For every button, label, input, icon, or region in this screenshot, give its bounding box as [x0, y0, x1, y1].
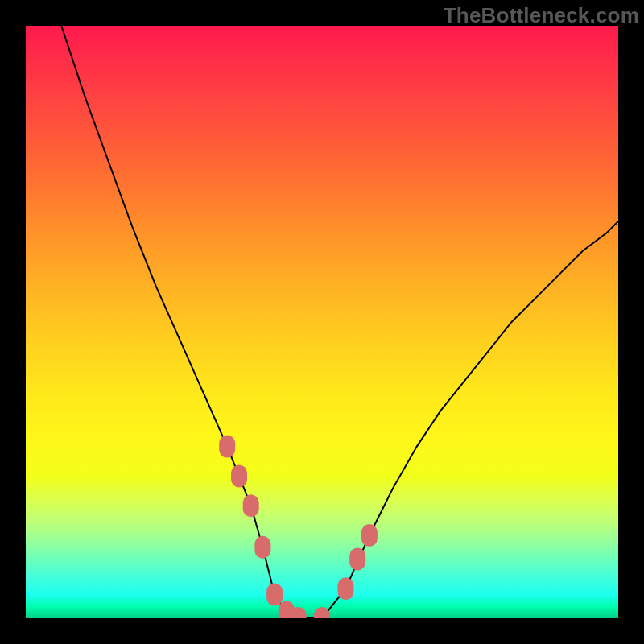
curve-marker	[231, 464, 247, 487]
watermark-text: TheBottleneck.com	[444, 3, 639, 28]
chart-svg	[26, 26, 618, 618]
curve-marker	[266, 584, 283, 606]
curve-marker	[361, 524, 378, 547]
curve-marker	[254, 536, 270, 559]
curve-marker	[219, 436, 235, 458]
curve-markers	[219, 436, 378, 618]
curve-marker	[349, 547, 365, 570]
chart-frame: TheBottleneck.com	[0, 0, 644, 644]
bottleneck-curve	[61, 26, 618, 618]
curve-marker	[337, 577, 353, 600]
curve-marker	[243, 494, 259, 517]
curve-marker	[314, 607, 330, 618]
